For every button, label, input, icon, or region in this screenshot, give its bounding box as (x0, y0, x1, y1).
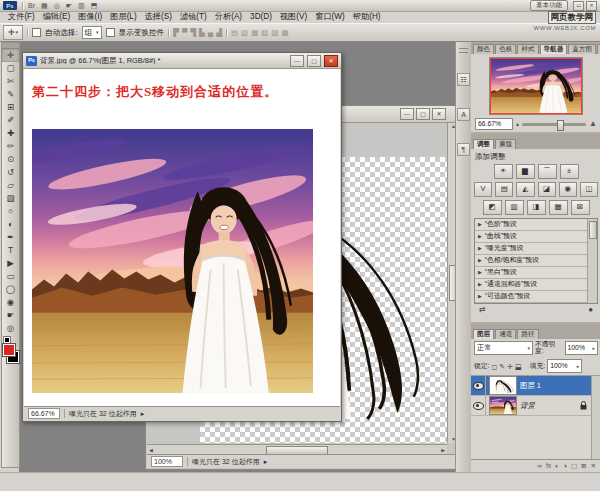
menu-item[interactable]: 窗口(W) (311, 12, 349, 22)
visibility-cell[interactable] (471, 396, 486, 415)
zoom-out-icon[interactable]: ▴ (516, 121, 519, 127)
delete-layer-icon[interactable]: ✕ (591, 463, 596, 470)
tab-paths[interactable]: 路径 (517, 329, 538, 339)
move-tool-preset-button[interactable]: ✛ ▾ (3, 25, 23, 40)
tab-color[interactable]: 颜色 (473, 44, 494, 54)
menu-item[interactable]: 3D(D) (246, 12, 276, 22)
bridge-icon[interactable]: Br (28, 2, 35, 9)
zoom-tool[interactable]: ◎ (2, 322, 19, 335)
align-bottom-icon[interactable]: ▜ (190, 29, 196, 37)
workspace-switcher-button[interactable]: 基本功能 (530, 0, 568, 11)
zoom-in-icon[interactable]: ▲ (589, 120, 597, 128)
dock-grip[interactable] (459, 48, 468, 53)
preset-row[interactable]: ▶ “曝光度”预设 (475, 243, 588, 255)
distribute-left-icon[interactable]: ▧ (261, 29, 268, 37)
selective-color-icon[interactable]: ⊠ (571, 200, 590, 215)
restore-window-button[interactable]: ▭ (573, 1, 584, 11)
history-brush-tool[interactable]: ↺ (2, 166, 19, 179)
paragraph-panel-icon[interactable]: ¶ (457, 143, 470, 156)
lock-position-icon[interactable]: ✛ (507, 363, 513, 370)
curves-icon[interactable]: ⌒ (538, 164, 557, 179)
posterize-icon[interactable]: ▥ (505, 200, 524, 215)
adjustment-layer-icon[interactable]: ◑ (563, 463, 567, 470)
eye-icon[interactable] (473, 402, 484, 410)
foreground-color-swatch[interactable] (3, 344, 15, 356)
hue-saturation-icon[interactable]: ▤ (495, 182, 513, 197)
minimize-button[interactable]: — (290, 55, 304, 67)
tab-styles[interactable]: 样式 (517, 44, 538, 54)
close-window-button[interactable]: ✕ (586, 1, 597, 11)
visibility-cell[interactable] (471, 376, 486, 395)
menu-item[interactable]: 图像(I) (74, 12, 106, 22)
scrollbar-thumb[interactable] (589, 221, 597, 239)
lock-all-icon[interactable]: ⬓ (515, 363, 522, 370)
eye-icon[interactable] (473, 382, 484, 390)
close-button[interactable]: ✕ (432, 108, 446, 120)
layers-scrollbar[interactable] (591, 376, 600, 459)
status-menu-icon[interactable]: ▸ (264, 458, 268, 465)
auto-select-checkbox[interactable] (32, 28, 41, 37)
layer-row-layer1[interactable]: 图层 1 (471, 376, 592, 396)
zoom-level-field[interactable]: 66.67% (28, 408, 60, 419)
vibrance-icon[interactable]: V (474, 182, 492, 197)
blend-mode-dropdown[interactable]: 正常 ▾ (474, 341, 533, 355)
eraser-tool[interactable]: ▱ (2, 179, 19, 192)
align-top-icon[interactable]: ▛ (173, 29, 179, 37)
crop-tool[interactable]: ⊞ (2, 101, 19, 114)
distribute-vcenter-icon[interactable]: ▥ (241, 29, 248, 37)
default-colors-icon[interactable] (4, 337, 10, 343)
preset-row[interactable]: ▶ “可选颜色”预设 (475, 291, 588, 303)
close-button[interactable]: ✕ (324, 55, 338, 67)
fill-field[interactable]: 100% ▸ (547, 359, 582, 373)
character-panel-icon[interactable]: A (457, 108, 470, 121)
gradient-tool[interactable]: ▨ (2, 192, 19, 205)
pen-tool[interactable]: ✒ (2, 231, 19, 244)
photo-filter-icon[interactable]: ◉ (559, 182, 577, 197)
scroll-right-icon[interactable]: ▶ (441, 448, 445, 453)
levels-icon[interactable]: ▆ (516, 164, 535, 179)
threshold-icon[interactable]: ◨ (527, 200, 546, 215)
brush-tool[interactable]: ✏ (2, 140, 19, 153)
black-white-icon[interactable]: ◪ (538, 182, 556, 197)
dodge-tool[interactable]: ◐ (2, 218, 19, 231)
menu-item[interactable]: 滤镜(T) (176, 12, 211, 22)
tab-swatches[interactable]: 色板 (495, 44, 516, 54)
show-transform-checkbox[interactable] (106, 28, 115, 37)
new-layer-icon[interactable]: ⊞ (581, 463, 586, 470)
tab-layers[interactable]: 图层 (473, 329, 494, 339)
status-menu-icon[interactable]: ▸ (141, 410, 145, 417)
preset-scrollbar[interactable] (587, 219, 597, 303)
gradient-map-icon[interactable]: ▦ (549, 200, 568, 215)
tab-adjustments[interactable]: 调整 (473, 139, 494, 149)
color-balance-icon[interactable]: ◭ (516, 182, 534, 197)
photo-image[interactable] (32, 129, 313, 393)
brightness-contrast-icon[interactable]: ☀ (494, 164, 513, 179)
document-canvas[interactable]: 第二十四步：把大S移动到合适的位置。 (24, 69, 340, 406)
layer-name[interactable]: 图层 1 (520, 382, 541, 389)
menu-item[interactable]: 选择(S) (141, 12, 176, 22)
tab-navigator[interactable]: 导航器 (540, 44, 568, 54)
distribute-bottom-icon[interactable]: ▦ (251, 29, 258, 37)
lasso-tool[interactable]: ✄ (2, 75, 19, 88)
menu-item[interactable]: 图层(L) (106, 12, 140, 22)
hand-tool[interactable]: ☛ (2, 309, 19, 322)
restore-button[interactable]: ▢ (307, 55, 321, 67)
layer-name[interactable]: 背景 (520, 402, 535, 409)
align-left-icon[interactable]: ▙ (199, 29, 205, 37)
history-panel-icon[interactable]: ☷ (457, 73, 470, 86)
hand-pan-icon[interactable]: ☛ (66, 2, 72, 9)
menu-item[interactable]: 编辑(E) (39, 12, 74, 22)
eyedropper-tool[interactable]: ✐ (2, 114, 19, 127)
navigator-proxy-box[interactable] (490, 58, 582, 114)
shape-tool[interactable]: ▭ (2, 270, 19, 283)
switch-panel-view-icon[interactable]: ⇄ (479, 306, 486, 314)
blur-tool[interactable]: ○ (2, 205, 19, 218)
navigator-preview[interactable] (489, 57, 583, 115)
opacity-field[interactable]: 100% ▸ (565, 341, 598, 355)
3d-rotate-tool[interactable]: ◯ (2, 283, 19, 296)
preset-row[interactable]: ▶ “通道混和器”预设 (475, 279, 588, 291)
layer-row-background[interactable]: 背景 (471, 396, 592, 416)
menu-item[interactable]: 帮助(H) (349, 12, 385, 22)
tab-channels[interactable]: 通道 (495, 329, 516, 339)
clone-stamp-tool[interactable]: ⊙ (2, 153, 19, 166)
